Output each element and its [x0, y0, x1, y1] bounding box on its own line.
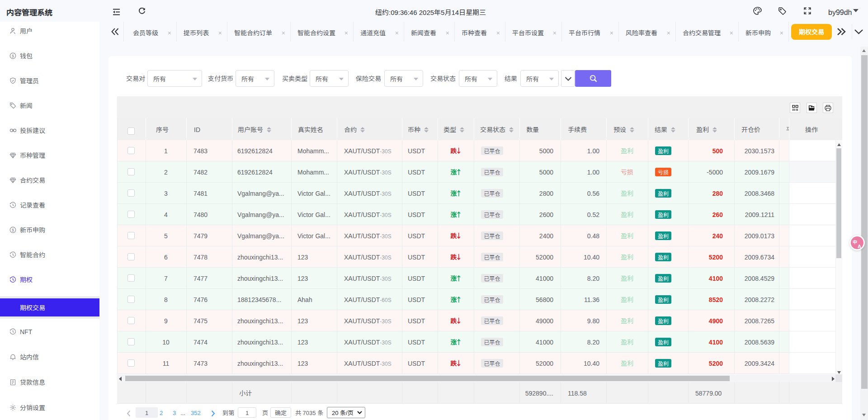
svg-text:$: $ — [12, 53, 14, 58]
svg-text:$: $ — [12, 227, 14, 232]
